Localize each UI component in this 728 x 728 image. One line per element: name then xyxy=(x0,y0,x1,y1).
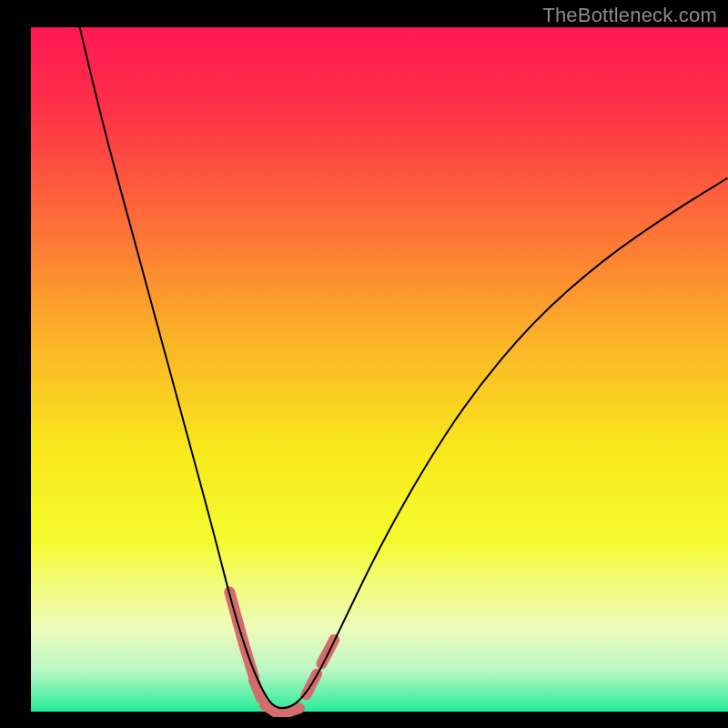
chart-frame: { "watermark": "TheBottleneck.com", "cha… xyxy=(0,0,728,728)
watermark-text: TheBottleneck.com xyxy=(542,4,717,27)
highlight-segment xyxy=(288,708,298,712)
bottleneck-chart xyxy=(0,0,728,728)
plot-background xyxy=(31,27,728,712)
